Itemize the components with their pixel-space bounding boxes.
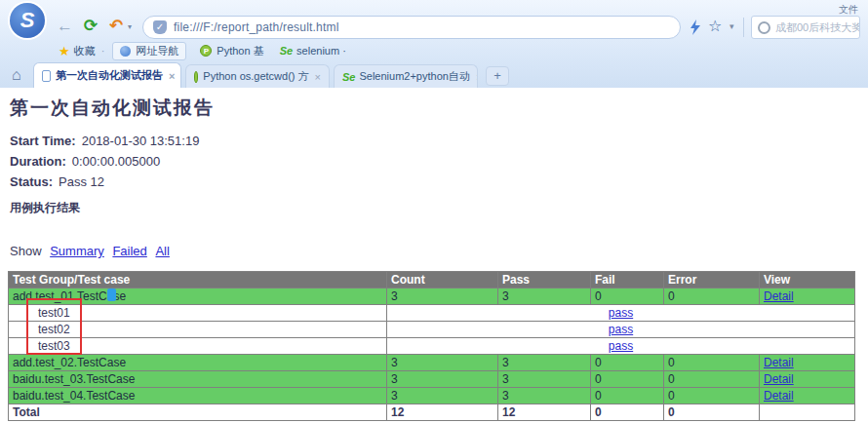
pass-link[interactable]: pass bbox=[609, 306, 633, 320]
bookmark-python-label: Python 基 bbox=[217, 44, 263, 58]
detail-link[interactable]: Detail bbox=[764, 289, 794, 303]
red-annotation-box bbox=[26, 298, 82, 355]
favorites-dropdown-icon[interactable]: ▾ bbox=[730, 21, 734, 31]
tab-python-getcwd[interactable]: Python os.getcwd() 方 × bbox=[185, 64, 330, 88]
start-time-value: 2018-01-30 13:51:19 bbox=[82, 134, 200, 148]
bookmark-python[interactable]: P Python 基 bbox=[200, 44, 263, 58]
group-name: baidu.test_04.TestCase bbox=[9, 388, 387, 404]
duration-value: 0:00:00.005000 bbox=[72, 154, 160, 169]
tab-label: Selenium2+python自动 bbox=[359, 69, 469, 84]
table-row-group: add.test_02.TestCase 3 3 0 0 Detail bbox=[9, 355, 855, 371]
table-row-group: baidu.test_03.TestCase 3 3 0 0 Detail bbox=[9, 371, 855, 388]
duration-line: Duration:0:00:00.005000 bbox=[10, 151, 199, 172]
pass-value: 3 bbox=[498, 355, 591, 371]
search-box[interactable]: 成都00后科技大奖 bbox=[751, 16, 860, 39]
tab-label: 第一次自动化测试报告 bbox=[56, 68, 163, 83]
window-file-menu[interactable]: 文件 bbox=[839, 3, 858, 17]
filter-summary-link[interactable]: Summary bbox=[50, 244, 104, 258]
count-value: 3 bbox=[387, 388, 498, 404]
tab-test-report[interactable]: 第一次自动化测试报告 × bbox=[33, 62, 181, 88]
report-description: 用例执行结果 bbox=[10, 200, 80, 216]
table-row-case: test01 pass bbox=[9, 305, 855, 322]
group-name: baidu.test_03.TestCase bbox=[9, 371, 387, 388]
fail-value: 0 bbox=[591, 371, 664, 388]
count-value: 3 bbox=[387, 355, 498, 371]
tab-favicon bbox=[194, 71, 198, 83]
close-icon[interactable]: × bbox=[309, 71, 321, 83]
search-suggestion-text[interactable]: 成都00后科技大奖 bbox=[775, 20, 860, 35]
report-meta: Start Time:2018-01-30 13:51:19 Duration:… bbox=[10, 131, 199, 192]
error-value: 0 bbox=[664, 288, 760, 305]
col-test-group: Test Group/Test case bbox=[9, 272, 387, 288]
col-error: Error bbox=[664, 272, 760, 288]
table-row-group: add.test_01.TestCase 3 3 0 0 Detail bbox=[9, 288, 855, 305]
bookmark-favorites[interactable]: 收藏 bbox=[74, 44, 96, 58]
table-row-total: Total 12 12 0 0 bbox=[9, 404, 855, 421]
pass-value: 3 bbox=[498, 371, 591, 388]
bookmark-selenium[interactable]: Se selenium · bbox=[280, 45, 346, 57]
error-value: 0 bbox=[664, 371, 760, 388]
home-icon[interactable]: ⌂ bbox=[12, 66, 21, 84]
bookmark-selenium-label: selenium · bbox=[296, 45, 346, 57]
filter-failed-link[interactable]: Failed bbox=[112, 244, 146, 258]
count-value: 3 bbox=[387, 371, 498, 388]
status-value: Pass 12 bbox=[59, 174, 104, 189]
refresh-icon[interactable]: ⟳ bbox=[84, 17, 98, 36]
browser-chrome: S ← ⟳ ↶ ▾ ✓ file:///F:/report_path/resul… bbox=[0, 0, 868, 88]
bookmark-nav-site[interactable]: 网址导航 bbox=[112, 42, 186, 60]
pass-value: 3 bbox=[498, 388, 591, 404]
undo-dropdown-icon[interactable]: ▾ bbox=[128, 22, 132, 31]
table-header-row: Test Group/Test case Count Pass Fail Err… bbox=[9, 272, 855, 288]
detail-link[interactable]: Detail bbox=[764, 356, 794, 369]
detail-link[interactable]: Detail bbox=[764, 389, 794, 403]
fail-value: 0 bbox=[591, 388, 664, 404]
status-line: Status:Pass 12 bbox=[10, 172, 199, 192]
favorite-star-icon[interactable]: ☆ bbox=[708, 17, 722, 35]
undo-icon[interactable]: ↶ bbox=[109, 17, 123, 36]
selenium-favicon: Se bbox=[342, 71, 355, 83]
selenium-favicon: Se bbox=[280, 45, 293, 57]
col-count: Count bbox=[387, 272, 498, 288]
filter-all-link[interactable]: All bbox=[155, 244, 169, 258]
back-icon[interactable]: ← bbox=[57, 17, 73, 36]
address-bar[interactable]: ✓ file:///F:/report_path/result.html bbox=[142, 16, 681, 39]
pass-value: 3 bbox=[498, 288, 591, 305]
new-tab-button[interactable]: + bbox=[486, 66, 509, 86]
total-fail: 0 bbox=[591, 404, 664, 421]
nav-site-icon bbox=[120, 46, 131, 57]
url-text[interactable]: file:///F:/report_path/result.html bbox=[174, 20, 339, 34]
error-value: 0 bbox=[664, 355, 760, 371]
pass-link[interactable]: pass bbox=[609, 339, 633, 353]
browser-toolbar: S ← ⟳ ↶ ▾ ✓ file:///F:/report_path/resul… bbox=[0, 0, 868, 39]
bookmark-star-icon[interactable]: ★ bbox=[59, 44, 70, 58]
lightning-icon[interactable] bbox=[690, 19, 701, 35]
close-icon[interactable]: × bbox=[470, 71, 478, 83]
total-error: 0 bbox=[664, 404, 760, 421]
fail-value: 0 bbox=[591, 288, 664, 305]
document-icon bbox=[42, 70, 51, 82]
pass-link[interactable]: pass bbox=[609, 323, 633, 336]
report-page: 第一次自动化测试报告 Start Time:2018-01-30 13:51:1… bbox=[0, 88, 868, 423]
show-label: Show bbox=[10, 244, 42, 258]
tab-label: Python os.getcwd() 方 bbox=[203, 69, 308, 84]
table-row-case: test03 pass bbox=[9, 338, 855, 355]
total-label: Total bbox=[9, 404, 387, 421]
col-view: View bbox=[760, 272, 855, 288]
duration-label: Duration: bbox=[10, 154, 66, 169]
show-filter-line: Show Summary Failed All bbox=[10, 244, 170, 258]
detail-link[interactable]: Detail bbox=[764, 372, 794, 386]
count-value: 3 bbox=[387, 288, 498, 305]
bookmarks-bar: ★ 收藏 · 网址导航 P Python 基 Se selenium · bbox=[0, 39, 868, 62]
total-pass: 12 bbox=[498, 404, 591, 421]
table-row-case: test02 pass bbox=[9, 322, 855, 338]
status-label: Status: bbox=[10, 174, 53, 189]
total-count: 12 bbox=[387, 404, 498, 421]
start-time-label: Start Time: bbox=[10, 134, 76, 148]
sogou-browser-logo[interactable]: S bbox=[10, 3, 45, 38]
close-icon[interactable]: × bbox=[163, 70, 175, 82]
col-fail: Fail bbox=[591, 272, 664, 288]
group-name: add.test_02.TestCase bbox=[9, 355, 387, 371]
error-value: 0 bbox=[664, 388, 760, 404]
python-favicon: P bbox=[200, 45, 212, 57]
tab-selenium-python[interactable]: Se Selenium2+python自动 × bbox=[334, 64, 478, 88]
